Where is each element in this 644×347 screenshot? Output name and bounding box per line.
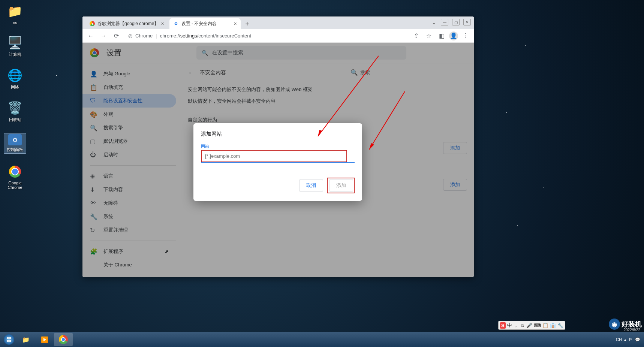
dialog-input-highlight [201,150,347,162]
url-field[interactable]: ◎ Chrome | chrome://settings/content/ins… [124,33,409,39]
ime-skin-icon[interactable]: 👔 [550,323,556,328]
input-underline [201,162,355,163]
address-bar: ← → ⟳ ◎ Chrome | chrome://settings/conte… [82,29,474,43]
watermark-logo-icon: ◉ [609,319,620,330]
ime-punct-icon[interactable]: ， [514,322,518,329]
window-controls: — ▢ ✕ [441,19,471,25]
tab-1-active[interactable]: ⚙ 设置 - 不安全内容 × [169,18,241,29]
gear-favicon-icon: ⚙ [173,21,179,27]
back-button[interactable]: ← [85,31,96,41]
page-content: 设置 🔍 在设置中搜索 👤您与 Google 📋自动填充 🛡隐私设置和安全性 🎨… [82,43,474,277]
dialog-field-label: 网站 [201,144,355,149]
menu-icon[interactable]: ⋮ [460,31,471,41]
new-tab-button[interactable]: + [242,19,253,29]
tab-dropdown-icon[interactable]: ⌄ [432,19,436,25]
tray-flag-icon[interactable]: 🏳 [629,337,633,342]
bookmark-icon[interactable]: ☆ [424,31,434,41]
system-tray: CH ▴ 🏳 💬 [616,337,643,342]
desktop-icons: 📁ns 🖥️计算机 🌐网络 🗑️回收站 ⚙控制面板 Google Chrome [4,4,26,190]
sogou-icon: S [500,322,506,329]
desktop-icon-recycle[interactable]: 🗑️回收站 [4,100,26,123]
tray-action-center-icon[interactable]: 💬 [635,337,640,342]
sidepanel-icon[interactable]: ◧ [436,31,447,41]
desktop-icon-chrome[interactable]: Google Chrome [4,164,26,190]
close-window-button[interactable]: ✕ [463,19,471,25]
tab-title: 设置 - 不安全内容 [181,21,217,27]
close-icon[interactable]: × [234,21,237,27]
taskbar-explorer[interactable]: 📁 [16,333,35,346]
ime-keyboard-icon[interactable]: ⌨ [534,323,541,328]
taskbar: 📁 ▶️ CH ▴ 🏳 💬 [0,332,644,347]
tab-0[interactable]: 谷歌浏览器【google chrome】 × [85,18,168,29]
watermark-date: 2022/8/22 [624,328,641,332]
ime-lang[interactable]: 中 [507,322,512,329]
start-button[interactable] [1,333,16,346]
add-button[interactable]: 添加 [329,179,353,192]
add-button-highlight: 添加 [327,178,355,193]
forward-button[interactable]: → [98,31,109,41]
reload-button[interactable]: ⟳ [111,31,121,41]
profile-icon[interactable]: 👤 [449,31,458,40]
tray-lang[interactable]: CH [616,337,622,342]
tab-title: 谷歌浏览器【google chrome】 [97,21,159,27]
tray-caret-icon[interactable]: ▴ [624,337,626,342]
maximize-button[interactable]: ▢ [452,19,460,25]
ime-emoji-icon[interactable]: ☺ [520,323,525,328]
share-icon[interactable]: ⇪ [411,31,421,41]
cancel-button[interactable]: 取消 [299,179,323,192]
site-url-input[interactable] [202,151,346,161]
ime-clipboard-icon[interactable]: 📋 [542,323,548,328]
minimize-button[interactable]: — [441,19,448,25]
desktop-icon-computer[interactable]: 🖥️计算机 [4,35,26,57]
ime-voice-icon[interactable]: 🎤 [526,323,532,328]
chrome-window: 谷歌浏览器【google chrome】 × ⚙ 设置 - 不安全内容 × + … [82,16,474,277]
desktop-icon-control-panel[interactable]: ⚙控制面板 [4,133,26,154]
close-icon[interactable]: × [161,21,164,27]
dialog-title: 添加网站 [201,131,355,138]
chrome-favicon-icon [89,21,95,27]
svg-point-4 [4,334,14,345]
desktop-icon-ns[interactable]: 📁ns [4,4,26,25]
titlebar: 谷歌浏览器【google chrome】 × ⚙ 设置 - 不安全内容 × + … [82,16,474,29]
add-site-dialog: 添加网站 网站 取消 添加 [193,123,362,201]
taskbar-media[interactable]: ▶️ [35,333,54,346]
ime-settings-icon[interactable]: 🔧 [557,323,563,328]
site-info-icon[interactable]: ◎ [128,33,132,39]
desktop-icon-network[interactable]: 🌐网络 [4,68,26,90]
taskbar-chrome[interactable] [54,333,73,346]
ime-toolbar[interactable]: S 中 ， ☺ 🎤 ⌨ 📋 👔 🔧 [498,321,565,330]
